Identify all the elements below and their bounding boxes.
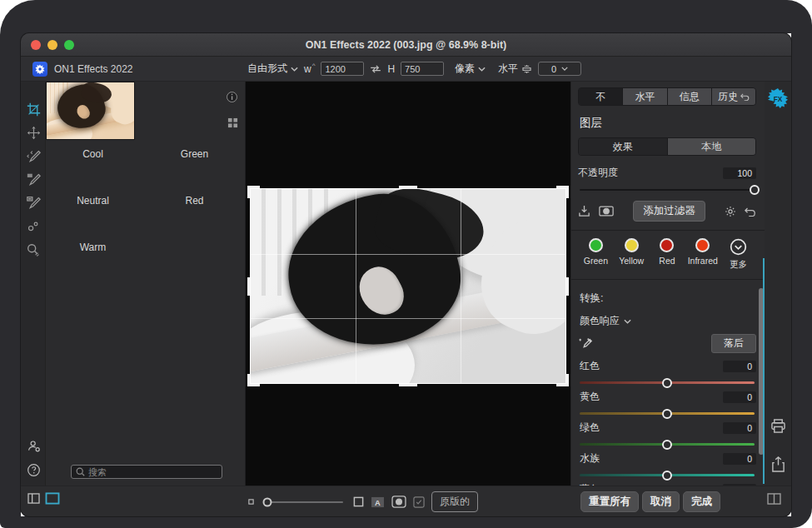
slider-track[interactable] — [580, 381, 755, 384]
slider-label: 绿色 — [580, 421, 600, 435]
image-canvas[interactable] — [246, 82, 570, 486]
zoom-pan-icon[interactable] — [21, 238, 46, 261]
slider-track[interactable] — [580, 443, 755, 446]
svg-text:FX: FX — [774, 95, 783, 103]
crop-handle-top[interactable] — [399, 186, 417, 188]
move-tool-icon[interactable] — [21, 122, 46, 144]
help-icon[interactable] — [27, 463, 41, 477]
zoom-fit-icon[interactable] — [353, 496, 364, 507]
slider-knob[interactable] — [662, 378, 672, 388]
filter-color-Red[interactable]: Red — [650, 238, 685, 271]
color-response-select[interactable]: 颜色响应 — [580, 314, 756, 328]
slider-track[interactable] — [580, 474, 755, 476]
opacity-value[interactable]: 100 — [723, 167, 756, 179]
zoom-slider[interactable] — [264, 501, 343, 503]
crop-handle-bottom-left[interactable] — [247, 374, 260, 386]
opacity-slider-knob[interactable] — [750, 185, 760, 195]
search-input[interactable] — [88, 467, 217, 477]
filter-color-Yellow[interactable]: Yellow — [614, 238, 650, 271]
crop-mode-select[interactable]: 自由形式 — [247, 62, 298, 76]
masking-brush-icon[interactable] — [21, 168, 46, 191]
close-window-button[interactable] — [31, 40, 41, 50]
crop-handle-top-left[interactable] — [247, 186, 260, 198]
panel-tab[interactable]: 信息 — [668, 88, 712, 105]
color-slider: 水族0 — [578, 451, 756, 476]
panel-tab[interactable]: 水平 — [623, 88, 667, 105]
slider-value[interactable]: 0 — [723, 361, 756, 372]
swap-dimensions-icon[interactable] — [370, 65, 381, 73]
crop-handle-bottom-right[interactable] — [556, 374, 569, 386]
level-control[interactable]: 水平 — [498, 62, 532, 76]
slider-value[interactable]: 0 — [723, 391, 756, 403]
crop-grid-line — [461, 189, 461, 383]
undo-icon[interactable] — [745, 206, 756, 217]
zoom-slider-knob[interactable] — [263, 497, 272, 506]
crop-tool-icon[interactable] — [21, 98, 46, 121]
actual-size-icon[interactable]: A — [371, 496, 385, 508]
split-view-icon[interactable] — [767, 493, 781, 505]
slider-label: 红色 — [580, 359, 600, 373]
crop-handle-right[interactable] — [566, 277, 569, 296]
done-button[interactable]: 完成 — [683, 491, 720, 512]
zoom-out-icon[interactable] — [248, 499, 254, 505]
single-view-icon[interactable] — [45, 492, 60, 505]
preview-check-icon[interactable] — [413, 496, 425, 508]
local-adjust-brush-icon[interactable] — [21, 192, 46, 214]
effects-local-tabs: 效果本地 — [578, 137, 756, 156]
preset-thumbnail[interactable] — [46, 82, 135, 140]
panel-tab[interactable]: 不 — [579, 88, 623, 105]
preset-item[interactable]: Neutral — [48, 187, 137, 234]
preset-item[interactable]: Warm — [48, 234, 137, 281]
reset-all-button[interactable]: 重置所有 — [580, 491, 639, 512]
slider-track[interactable] — [580, 412, 755, 415]
slider-value[interactable]: 0 — [723, 453, 756, 465]
unit-select[interactable]: 像素 — [455, 62, 486, 76]
mask-icon[interactable] — [599, 206, 614, 217]
mode-tab[interactable]: 效果 — [579, 138, 668, 155]
crop-frame[interactable] — [250, 188, 566, 384]
fx-badge-icon[interactable]: FX — [768, 88, 788, 108]
opacity-label: 不透明度 — [578, 166, 618, 180]
panel-layout-icon[interactable] — [27, 493, 40, 504]
crop-handle-bottom[interactable] — [399, 384, 417, 386]
eyedropper-icon[interactable] — [578, 336, 593, 351]
slider-knob[interactable] — [662, 440, 672, 450]
height-input[interactable] — [401, 62, 444, 76]
print-icon[interactable] — [770, 419, 786, 433]
width-input[interactable] — [321, 62, 364, 76]
cancel-button[interactable]: 取消 — [642, 491, 680, 512]
crop-handle-left[interactable] — [247, 277, 250, 296]
filter-color-Green[interactable]: Green — [578, 238, 614, 271]
filter-color-Infrared[interactable]: Infrared — [685, 238, 720, 271]
opacity-slider[interactable] — [580, 189, 755, 191]
more-circle-icon — [730, 238, 747, 256]
share-icon[interactable] — [771, 456, 785, 472]
original-button[interactable]: 原版的 — [431, 491, 478, 512]
panel-tab[interactable]: 历史 — [712, 88, 755, 105]
masking-bug-icon[interactable] — [21, 215, 46, 237]
zoom-window-button[interactable] — [64, 40, 74, 50]
behind-button[interactable]: 落后 — [711, 334, 756, 353]
angle-select[interactable]: 0 — [538, 62, 581, 76]
minimize-window-button[interactable] — [47, 40, 57, 50]
account-icon[interactable] — [27, 439, 41, 453]
info-icon[interactable] — [226, 91, 238, 103]
gear-icon[interactable] — [725, 206, 736, 217]
slider-knob[interactable] — [662, 471, 672, 481]
photo[interactable] — [250, 188, 566, 384]
preset-item[interactable]: Green — [150, 141, 239, 187]
slider-value[interactable]: 0 — [723, 422, 756, 434]
preset-item[interactable]: Red — [150, 187, 239, 234]
layers-label: 图层 — [580, 116, 756, 131]
preset-item[interactable]: Cool — [48, 141, 137, 187]
mode-tab[interactable]: 本地 — [668, 138, 756, 155]
color-slider: 黄色0 — [578, 390, 756, 415]
compare-icon[interactable] — [391, 496, 406, 508]
grid-view-icon[interactable] — [227, 117, 238, 128]
crop-handle-top-right[interactable] — [556, 186, 569, 198]
refine-brush-icon[interactable] — [21, 145, 46, 167]
filter-color-更多[interactable]: 更多 — [720, 238, 756, 271]
export-filter-icon[interactable] — [578, 205, 590, 217]
add-filter-button[interactable]: 添加过滤器 — [633, 201, 705, 222]
slider-knob[interactable] — [662, 409, 672, 419]
